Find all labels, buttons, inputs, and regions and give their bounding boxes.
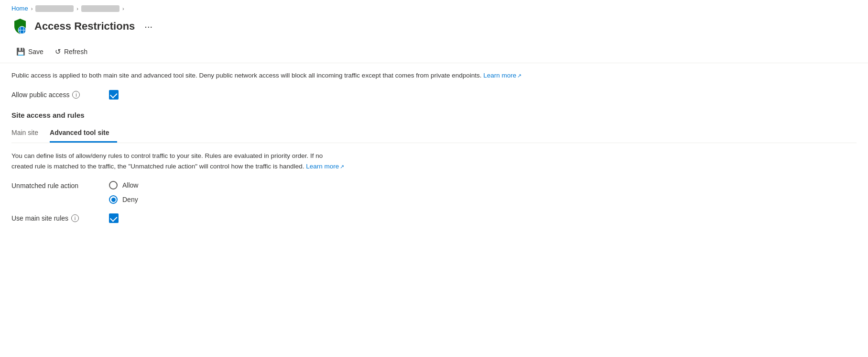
refresh-button[interactable]: ↺ Refresh	[50, 45, 92, 59]
more-options-button[interactable]: ···	[141, 20, 156, 33]
radio-deny-label: Deny	[122, 196, 138, 203]
info-banner-text: Public access is applied to both main si…	[11, 72, 482, 79]
allow-public-access-checkbox[interactable]	[109, 90, 119, 100]
radio-allow-label: Allow	[122, 181, 138, 189]
breadcrumb-sep1: ›	[31, 6, 33, 11]
use-main-site-rules-row: Use main site rules i	[11, 213, 857, 223]
tab-description: You can define lists of allow/deny rules…	[11, 151, 346, 171]
breadcrumb-resource1: xxxxxxxxxx	[35, 5, 74, 12]
radio-allow-button[interactable]	[109, 181, 118, 190]
breadcrumb-sep2: ›	[76, 6, 78, 11]
refresh-label: Refresh	[64, 48, 87, 56]
info-banner: Public access is applied to both main si…	[11, 71, 857, 80]
radio-deny-inner	[111, 198, 116, 202]
description-external-icon: ↗	[340, 164, 344, 169]
page-header: Access Restrictions ···	[0, 15, 868, 41]
radio-allow-row[interactable]: Allow	[109, 181, 138, 190]
unmatched-rule-action-label: Unmatched rule action	[11, 181, 98, 190]
breadcrumb-sep3: ›	[122, 6, 124, 11]
external-link-icon: ↗	[517, 73, 521, 78]
use-main-site-rules-checkbox[interactable]	[109, 213, 119, 223]
refresh-icon: ↺	[55, 47, 61, 56]
use-main-site-rules-label: Use main site rules i	[11, 214, 98, 222]
allow-public-access-info-icon[interactable]: i	[72, 91, 80, 99]
radio-deny-row[interactable]: Deny	[109, 195, 138, 204]
save-icon: 💾	[16, 47, 25, 56]
allow-public-access-row: Allow public access i	[11, 90, 857, 100]
site-access-tabs: Main site Advanced tool site	[11, 125, 857, 143]
page-title: Access Restrictions	[34, 20, 135, 33]
unmatched-rule-action-options: Allow Deny	[109, 181, 138, 204]
use-main-site-rules-info-icon[interactable]: i	[71, 214, 79, 222]
tab-advanced-tool-site[interactable]: Advanced tool site	[50, 125, 117, 143]
tab-main-site[interactable]: Main site	[11, 125, 46, 143]
info-banner-learn-more[interactable]: Learn more↗	[483, 72, 521, 79]
save-button[interactable]: 💾 Save	[11, 45, 48, 59]
page-icon	[11, 18, 29, 35]
radio-deny-button[interactable]	[109, 195, 118, 204]
save-label: Save	[28, 48, 43, 56]
allow-public-access-label: Allow public access i	[11, 91, 98, 99]
main-content: Public access is applied to both main si…	[0, 63, 868, 236]
breadcrumb-home[interactable]: Home	[11, 5, 28, 12]
section-title: Site access and rules	[11, 111, 857, 119]
breadcrumb: Home › xxxxxxxxxx › xxxxxxxxxx ›	[0, 0, 868, 15]
description-learn-more[interactable]: Learn more↗	[306, 163, 344, 170]
unmatched-rule-action-row: Unmatched rule action Allow Deny	[11, 181, 857, 204]
toolbar: 💾 Save ↺ Refresh	[0, 41, 868, 63]
breadcrumb-resource2: xxxxxxxxxx	[81, 5, 119, 12]
